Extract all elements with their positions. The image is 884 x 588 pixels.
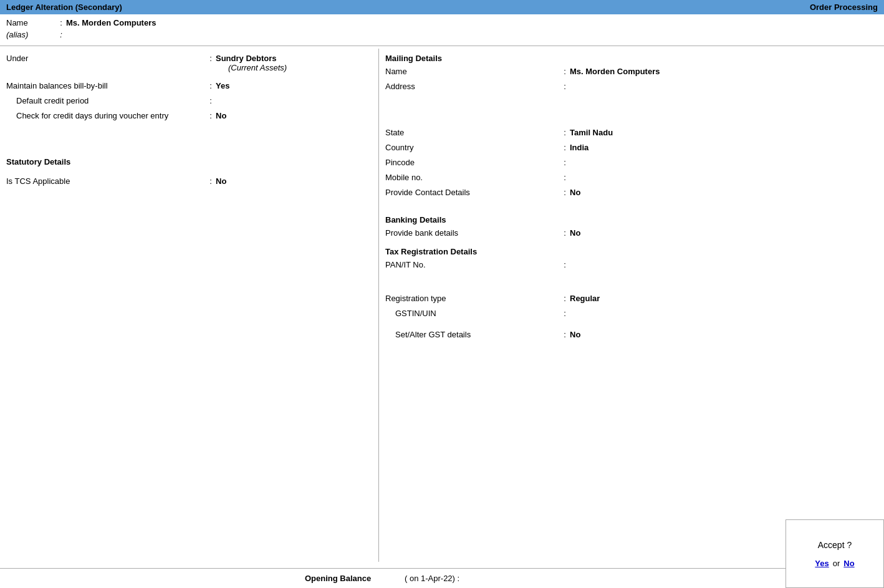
mailing-name-label: Name bbox=[385, 67, 560, 76]
mobile-colon: : bbox=[560, 173, 570, 182]
maintain-colon: : bbox=[206, 81, 216, 90]
mobile-label: Mobile no. bbox=[385, 173, 560, 182]
pan-colon: : bbox=[560, 260, 570, 269]
name-label: Name bbox=[6, 18, 56, 27]
alias-label: (alias) bbox=[6, 30, 56, 39]
mailing-title: Mailing Details bbox=[385, 54, 878, 63]
under-row: Under : Sundry Debtors (Current Assets) bbox=[6, 54, 372, 72]
bank-colon: : bbox=[560, 228, 570, 238]
header-left-title: Ledger Alteration (Secondary) bbox=[6, 2, 122, 12]
mobile-row: Mobile no. : bbox=[385, 173, 878, 185]
tcs-row: Is TCS Applicable : No bbox=[6, 176, 372, 189]
check-credit-row: Check for credit days during voucher ent… bbox=[6, 111, 372, 123]
address-label: Address bbox=[385, 82, 560, 91]
pan-row: PAN/IT No. : bbox=[385, 260, 878, 272]
gstin-label: GSTIN/UIN bbox=[385, 309, 560, 318]
mailing-name-value: Ms. Morden Computers bbox=[570, 67, 660, 76]
accept-title: Accept ? bbox=[818, 540, 852, 550]
tcs-colon: : bbox=[206, 176, 216, 186]
tcs-label: Is TCS Applicable bbox=[6, 176, 206, 186]
bottom-bar: Opening Balance ( on 1-Apr-22) : bbox=[0, 568, 884, 588]
reg-type-value: Regular bbox=[570, 294, 600, 303]
gst-details-colon: : bbox=[560, 330, 570, 339]
banking-title: Banking Details bbox=[385, 215, 878, 224]
default-credit-row: Default credit period : bbox=[6, 96, 372, 108]
alias-colon: : bbox=[56, 30, 66, 39]
accept-options: Yes or No bbox=[815, 559, 854, 568]
alias-row: (alias) : bbox=[0, 29, 884, 43]
pincode-row: Pincode : bbox=[385, 158, 878, 170]
gst-details-label: Set/Alter GST details bbox=[385, 330, 560, 339]
under-value: Sundry Debtors (Current Assets) bbox=[216, 54, 287, 72]
pincode-label: Pincode bbox=[385, 158, 560, 167]
header-right-title: Order Processing bbox=[810, 2, 878, 12]
under-sub-value: (Current Assets) bbox=[228, 63, 287, 72]
contact-colon: : bbox=[560, 188, 570, 197]
gstin-colon: : bbox=[560, 309, 570, 318]
opening-balance-label: Opening Balance bbox=[305, 574, 371, 583]
under-colon: : bbox=[206, 54, 216, 63]
right-panel: Mailing Details Name : Ms. Morden Comput… bbox=[379, 49, 884, 562]
left-panel: Under : Sundry Debtors (Current Assets) … bbox=[0, 49, 379, 562]
bank-label: Provide bank details bbox=[385, 228, 560, 238]
maintain-row: Maintain balances bill-by-bill : Yes bbox=[6, 81, 372, 94]
name-colon: : bbox=[56, 18, 66, 27]
check-credit-value: No bbox=[216, 111, 226, 120]
header-bar: Ledger Alteration (Secondary) Order Proc… bbox=[0, 0, 884, 14]
contact-label: Provide Contact Details bbox=[385, 188, 560, 197]
country-value: India bbox=[570, 143, 589, 152]
state-row: State : Tamil Nadu bbox=[385, 128, 878, 140]
pincode-colon: : bbox=[560, 158, 570, 167]
mailing-name-colon: : bbox=[560, 67, 570, 76]
address-row: Address : bbox=[385, 82, 878, 94]
default-credit-label: Default credit period bbox=[6, 96, 206, 105]
check-credit-label: Check for credit days during voucher ent… bbox=[6, 111, 206, 120]
contact-value: No bbox=[570, 188, 580, 197]
pan-label: PAN/IT No. bbox=[385, 260, 560, 269]
maintain-label: Maintain balances bill-by-bill bbox=[6, 81, 206, 90]
accept-no-button[interactable]: No bbox=[843, 559, 854, 568]
main-content: Under : Sundry Debtors (Current Assets) … bbox=[0, 49, 884, 562]
main-divider bbox=[0, 46, 884, 46]
state-label: State bbox=[385, 128, 560, 137]
gst-details-value: No bbox=[570, 330, 580, 339]
contact-row: Provide Contact Details : No bbox=[385, 188, 878, 200]
state-colon: : bbox=[560, 128, 570, 137]
address-colon: : bbox=[560, 82, 570, 91]
bank-value: No bbox=[570, 228, 580, 238]
reg-type-row: Registration type : Regular bbox=[385, 294, 878, 306]
check-credit-colon: : bbox=[206, 111, 216, 120]
accept-or-text: or bbox=[833, 559, 840, 568]
name-value: Ms. Morden Computers bbox=[66, 18, 156, 27]
gstin-row: GSTIN/UIN : bbox=[385, 309, 878, 321]
gst-details-row: Set/Alter GST details : No bbox=[385, 330, 878, 342]
reg-type-label: Registration type bbox=[385, 294, 560, 303]
bank-row: Provide bank details : No bbox=[385, 228, 878, 241]
country-row: Country : India bbox=[385, 143, 878, 155]
under-label: Under bbox=[6, 54, 206, 63]
state-value: Tamil Nadu bbox=[570, 128, 613, 137]
country-colon: : bbox=[560, 143, 570, 152]
accept-box: Accept ? Yes or No bbox=[786, 519, 884, 588]
opening-balance-date: ( on 1-Apr-22) : bbox=[405, 574, 459, 583]
mailing-name-row: Name : Ms. Morden Computers bbox=[385, 67, 878, 79]
maintain-value: Yes bbox=[216, 81, 229, 90]
accept-yes-button[interactable]: Yes bbox=[815, 559, 829, 568]
statutory-title: Statutory Details bbox=[6, 157, 372, 166]
tax-reg-title: Tax Registration Details bbox=[385, 247, 878, 256]
tcs-value: No bbox=[216, 176, 226, 186]
default-credit-colon: : bbox=[206, 96, 216, 105]
name-row: Name : Ms. Morden Computers bbox=[0, 14, 884, 29]
reg-type-colon: : bbox=[560, 294, 570, 303]
country-label: Country bbox=[385, 143, 560, 152]
